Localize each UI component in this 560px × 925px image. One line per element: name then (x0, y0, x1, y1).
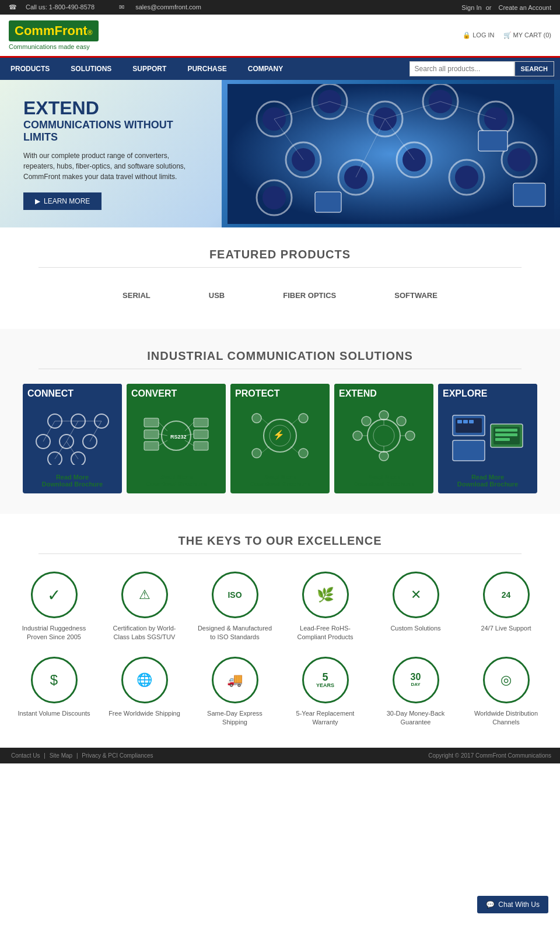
truck-icon: 🚚 (212, 657, 258, 703)
connect-download[interactable]: Download Brochure (27, 481, 117, 488)
nav-purchase[interactable]: PURCHASE (177, 59, 237, 79)
sign-in-link[interactable]: Sign In (461, 4, 481, 11)
tab-usb[interactable]: USB (203, 288, 230, 303)
excellence-support: 24 24/7 Live Support (468, 572, 544, 642)
footer-copyright: Copyright © 2017 CommFront Communication… (428, 752, 551, 759)
search-input[interactable] (410, 61, 514, 76)
svg-rect-87 (457, 420, 462, 423)
svg-point-67 (252, 449, 261, 458)
moneyback-label: 30-Day Money-Back Guarantee (378, 709, 454, 727)
header-actions: 🔒 LOG IN 🛒 MY CART (0) (463, 31, 551, 39)
solution-card-protect[interactable]: PROTECT ⚡ Read More Downl (230, 384, 330, 493)
tab-fiber-optics[interactable]: FIBER OPTICS (277, 288, 342, 303)
excellence-discounts: $ Instant Volume Discounts (16, 657, 92, 727)
hero-svg (228, 84, 554, 224)
hero-learn-more-button[interactable]: ▶ LEARN MORE (23, 192, 102, 210)
svg-line-70 (290, 418, 299, 425)
excellence-divider (38, 553, 522, 554)
extend-image (334, 404, 433, 468)
extend-download[interactable]: Download Brochure (339, 481, 429, 488)
account-actions: Sign In or Create an Account (459, 4, 551, 11)
featured-divider (38, 267, 522, 268)
shipping-label: Free Worldwide Shipping (107, 709, 183, 718)
excellence-title: THE KEYS TO OUR EXCELLENCE (12, 534, 548, 548)
nav-company[interactable]: COMPANY (237, 59, 293, 79)
leaf-icon: 🌿 (302, 572, 349, 618)
cart-link[interactable]: 🛒 MY CART (0) (503, 31, 551, 39)
svg-point-76 (405, 431, 415, 440)
cart-text: MY CART (0) (513, 31, 551, 38)
solution-card-explore[interactable]: EXPLORE Read More Downlo (438, 384, 537, 493)
iso-label: Designed & Manufactured to ISO Standards (197, 624, 273, 642)
footer-sitemap-link[interactable]: Site Map (50, 752, 72, 759)
svg-rect-95 (495, 438, 510, 441)
solution-card-extend[interactable]: EXTEND Read More (334, 384, 433, 493)
convert-header: CONVERT (127, 384, 226, 404)
explore-header: EXPLORE (438, 384, 537, 404)
svg-rect-51 (144, 442, 159, 450)
solutions-grid: CONNECT (12, 384, 548, 493)
svg-rect-52 (194, 418, 208, 427)
svg-line-46 (55, 442, 66, 459)
search-button[interactable]: SEARCH (514, 61, 554, 76)
footer-contact-link[interactable]: Contact Us (11, 752, 40, 759)
svg-rect-53 (194, 430, 208, 439)
logo-area[interactable]: CommFront® Communications made easy (9, 20, 99, 50)
solution-card-connect[interactable]: CONNECT (23, 384, 122, 493)
extend-svg (343, 407, 425, 465)
solutions-section: INDUSTRIAL COMMUNICATION SOLUTIONS CONNE… (0, 329, 560, 514)
solutions-title: INDUSTRIAL COMMUNICATION SOLUTIONS (12, 349, 548, 363)
extend-read-more[interactable]: Read More (339, 474, 429, 481)
solution-card-convert[interactable]: CONVERT RS232 (127, 384, 226, 493)
solutions-divider (38, 369, 522, 369)
explore-svg (447, 407, 528, 465)
email-link[interactable]: sales@commfront.com (135, 3, 201, 10)
nav-products[interactable]: PRODUCTS (0, 59, 60, 79)
rohs-label: Lead-Free RoHS-Compliant Products (288, 624, 363, 642)
create-account-link[interactable]: Create an Account (498, 4, 551, 11)
play-icon: ▶ (35, 197, 40, 205)
nav-solutions[interactable]: SOLUTIONS (60, 59, 122, 79)
excellence-rohs: 🌿 Lead-Free RoHS-Compliant Products (288, 572, 363, 642)
svg-line-71 (261, 446, 270, 453)
discounts-label: Instant Volume Discounts (16, 709, 92, 718)
hero-subtitle: COMMUNICATIONS WITHOUT LIMITS (23, 119, 198, 143)
login-link[interactable]: 🔒 LOG IN (463, 31, 494, 39)
years-number: 5 (322, 672, 328, 682)
top-bar: ☎ Call us: 1-800-490-8578 ✉ sales@commfr… (0, 0, 560, 15)
extend-footer: Read More Download Brochure (334, 468, 433, 493)
tab-serial[interactable]: SERIAL (117, 288, 156, 303)
explore-download[interactable]: Download Brochure (443, 481, 533, 488)
custom-label: Custom Solutions (378, 624, 454, 633)
svg-point-40 (71, 452, 85, 465)
moneyback-text: DAY (411, 682, 420, 687)
svg-rect-30 (478, 131, 508, 151)
lock-icon: 🔒 (463, 31, 471, 38)
svg-rect-32 (315, 192, 341, 212)
phone-text: Call us: 1-800-490-8578 (26, 3, 94, 10)
logo-reg: ® (88, 29, 93, 37)
svg-point-18 (455, 166, 478, 189)
excellence-warranty: 5 YEARS 5-Year Replacement Warranty (288, 657, 363, 727)
footer-links: Contact Us | Site Map | Privacy & PCI Co… (9, 752, 156, 759)
svg-point-79 (362, 416, 371, 426)
excellence-certification: ⚠ Certification by World-Class Labs SGS/… (107, 572, 183, 642)
protect-image: ⚡ (230, 404, 330, 468)
years-icon: 5 YEARS (302, 657, 349, 703)
explore-read-more[interactable]: Read More (443, 474, 533, 481)
protect-svg: ⚡ (239, 407, 321, 465)
svg-point-80 (397, 416, 406, 426)
convert-download[interactable]: Download Brochure (131, 481, 221, 488)
convert-read-more[interactable]: Read More (131, 474, 221, 481)
footer-privacy-link[interactable]: Privacy & PCI Compliances (82, 752, 153, 759)
nav-support[interactable]: SUPPORT (122, 59, 177, 79)
svg-rect-54 (194, 442, 208, 450)
footer: Contact Us | Site Map | Privacy & PCI Co… (0, 748, 560, 763)
svg-rect-50 (144, 430, 159, 439)
tab-software[interactable]: SOFTWARE (388, 288, 443, 303)
svg-rect-89 (469, 420, 474, 423)
connect-header: CONNECT (23, 384, 122, 404)
connect-read-more[interactable]: Read More (27, 474, 117, 481)
protect-read-more[interactable]: Read More (235, 474, 325, 481)
protect-download[interactable]: Download Brochure (235, 481, 325, 488)
